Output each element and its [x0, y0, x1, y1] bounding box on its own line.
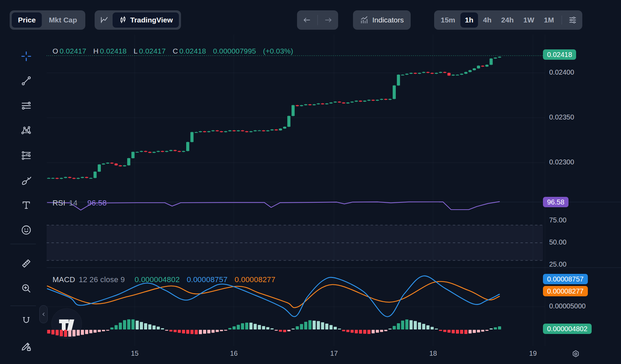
timeframe-4h[interactable]: 4h — [479, 16, 496, 24]
emoji-tool[interactable] — [17, 221, 35, 239]
high-value: 0.02418 — [100, 47, 126, 55]
zoom-in-tool[interactable] — [17, 279, 35, 297]
rsi-name: RSI — [52, 199, 65, 207]
macd-line-value: 0.00008757 — [187, 275, 228, 284]
indicators-button[interactable]: Indicators — [353, 10, 411, 30]
indicators-icon — [360, 16, 369, 25]
brush-icon — [21, 175, 32, 186]
text-icon — [21, 200, 32, 211]
rsi-axis-label: 75.00 — [549, 216, 566, 224]
rsi-value: 96.58 — [87, 199, 107, 207]
macd-signal-value: 0.00008277 — [235, 275, 275, 284]
open-label: O — [52, 47, 58, 55]
crosshair-icon — [20, 50, 32, 62]
macd-params: 12 26 close 9 — [79, 275, 125, 284]
timeframe-settings-button[interactable] — [565, 12, 580, 28]
horizontal-lines-tool[interactable] — [17, 97, 35, 115]
sliders-icon — [568, 16, 577, 25]
pencil-lock-icon — [21, 341, 32, 352]
change-value: 0.000007995 — [213, 47, 256, 55]
close-value: 0.02418 — [179, 47, 206, 55]
forecast-tool[interactable] — [17, 146, 35, 164]
low-label: L — [134, 47, 138, 55]
chart-source-toggle: TradingView — [95, 10, 181, 30]
trading-chart-app: Price Mkt Cap TradingView — [0, 0, 621, 364]
time-label: 16 — [230, 349, 238, 357]
parallel-lines-icon — [21, 100, 32, 111]
timeframe-1w[interactable]: 1W — [519, 16, 539, 24]
chevron-left-icon — [41, 312, 46, 316]
gridlines — [47, 35, 621, 346]
sidebar-collapse-handle[interactable] — [39, 305, 48, 323]
high-label: H — [93, 47, 98, 55]
tradingview-button[interactable]: TradingView — [113, 12, 179, 28]
arrow-left-icon — [302, 16, 311, 25]
rsi-axis-label: 50.00 — [549, 238, 566, 246]
history-nav — [297, 10, 338, 30]
ruler-icon — [21, 258, 32, 269]
candlestick-chart-icon — [119, 16, 127, 24]
forward-button[interactable] — [321, 12, 336, 28]
rsi-period: 14 — [69, 199, 78, 207]
close-label: C — [173, 47, 178, 55]
indicators-label: Indicators — [372, 16, 404, 24]
macd-axis-label: 0.00005000 — [549, 302, 586, 310]
rsi-badge: 96.58 — [543, 197, 569, 207]
arrow-right-icon — [324, 16, 333, 25]
timeframe-1h[interactable]: 1h — [460, 12, 478, 28]
tab-price[interactable]: Price — [12, 12, 42, 28]
open-value: 0.02417 — [60, 47, 86, 55]
tab-mktcap[interactable]: Mkt Cap — [42, 16, 83, 24]
brush-tool[interactable] — [17, 172, 35, 190]
trend-line-icon — [21, 75, 32, 86]
magnet-tool[interactable] — [17, 312, 35, 330]
time-label: 18 — [429, 349, 437, 357]
rsi-legend: RSI 14 96.58 — [52, 199, 107, 208]
time-label: 17 — [330, 349, 338, 357]
projection-icon — [21, 150, 32, 161]
timeframe-bar: 15m 1h 4h 24h 1W 1M — [434, 10, 582, 30]
macd-line-badge: 0.00008757 — [543, 274, 588, 284]
toolbar-divider-2 — [10, 306, 36, 306]
timeframe-24h[interactable]: 24h — [497, 16, 518, 24]
time-label: 15 — [131, 349, 138, 357]
macd-hist-badge: 0.000004802 — [543, 324, 592, 334]
price-axis-label: 0.02300 — [549, 158, 574, 166]
ohlc-legend: O0.02417 H0.02418 L0.02417 C0.02418 0.00… — [52, 47, 293, 55]
change-percent: (+0.03%) — [263, 47, 293, 55]
nav-divider — [317, 15, 318, 25]
crosshair-tool[interactable] — [17, 47, 35, 65]
zoom-in-icon — [21, 283, 32, 294]
toolbar-divider — [10, 244, 36, 244]
xabcd-pattern-icon — [21, 125, 32, 136]
pattern-tool[interactable] — [17, 121, 35, 139]
line-chart-icon — [100, 16, 109, 25]
rsi-band — [47, 225, 543, 260]
magnet-icon — [21, 316, 32, 327]
price-mktcap-toggle: Price Mkt Cap — [10, 10, 85, 30]
macd-name: MACD — [52, 275, 75, 284]
measure-tool[interactable] — [17, 255, 35, 272]
chart-settings-button[interactable] — [568, 347, 583, 362]
price-axis-label: 0.02350 — [549, 113, 574, 121]
price-badge: 0.02418 — [543, 49, 576, 60]
trend-line-tool[interactable] — [17, 72, 35, 90]
tradingview-label: TradingView — [130, 16, 173, 24]
text-tool[interactable] — [17, 196, 35, 214]
smiley-icon — [21, 224, 32, 236]
rsi-axis-label: 25.00 — [549, 260, 566, 268]
rsi-line — [47, 202, 499, 210]
timeframe-divider — [562, 16, 562, 25]
timeframe-1m[interactable]: 1M — [539, 16, 558, 24]
low-value: 0.02417 — [139, 47, 166, 55]
lock-drawings-tool[interactable] — [17, 337, 35, 355]
macd-signal-badge: 0.00008277 — [543, 286, 588, 296]
time-label: 19 — [529, 349, 537, 357]
back-button[interactable] — [299, 12, 314, 28]
macd-legend: MACD 12 26 close 9 0.000004802 0.0000875… — [52, 275, 275, 284]
timeframe-15m[interactable]: 15m — [436, 16, 460, 24]
line-chart-button[interactable] — [97, 12, 112, 28]
settings-gear-icon — [571, 349, 581, 360]
price-axis-label: 0.02400 — [549, 68, 574, 76]
macd-hist-value: 0.000004802 — [135, 275, 180, 284]
